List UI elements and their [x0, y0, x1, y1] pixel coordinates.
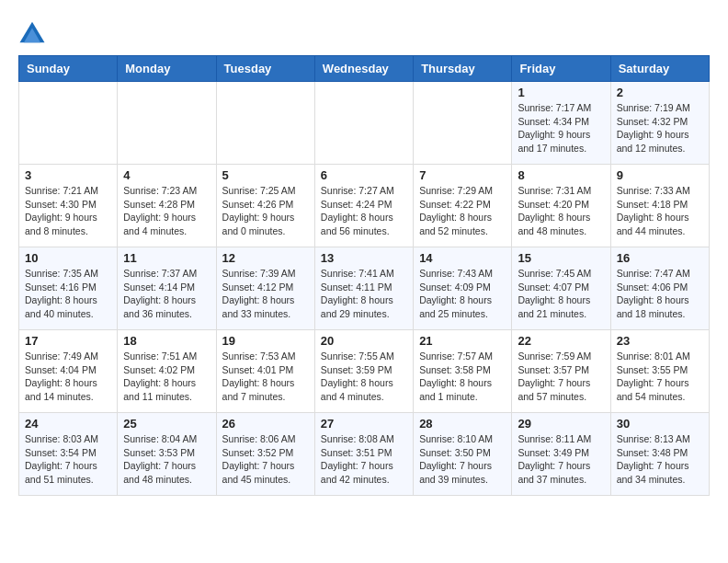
weekday-header-row: SundayMondayTuesdayWednesdayThursdayFrid… [19, 56, 710, 82]
calendar-week-row: 17Sunrise: 7:49 AM Sunset: 4:04 PM Dayli… [19, 330, 710, 413]
calendar-week-row: 1Sunrise: 7:17 AM Sunset: 4:34 PM Daylig… [19, 82, 710, 165]
weekday-header: Friday [512, 56, 610, 82]
day-number: 9 [617, 168, 703, 182]
day-info: Sunrise: 7:59 AM Sunset: 3:57 PM Dayligh… [518, 350, 604, 404]
calendar-week-row: 24Sunrise: 8:03 AM Sunset: 3:54 PM Dayli… [19, 413, 710, 496]
calendar-cell: 20Sunrise: 7:55 AM Sunset: 3:59 PM Dayli… [314, 330, 413, 413]
day-info: Sunrise: 7:57 AM Sunset: 3:58 PM Dayligh… [419, 350, 506, 404]
day-number: 30 [617, 417, 703, 431]
day-number: 14 [419, 251, 506, 265]
calendar-cell [216, 82, 314, 165]
calendar-cell [314, 82, 413, 165]
day-number: 3 [25, 168, 111, 182]
calendar-cell: 29Sunrise: 8:11 AM Sunset: 3:49 PM Dayli… [512, 413, 610, 496]
day-info: Sunrise: 8:08 AM Sunset: 3:51 PM Dayligh… [321, 432, 407, 487]
day-number: 11 [123, 251, 210, 265]
day-info: Sunrise: 8:01 AM Sunset: 3:55 PM Dayligh… [617, 350, 703, 404]
day-info: Sunrise: 7:47 AM Sunset: 4:06 PM Dayligh… [617, 267, 703, 321]
day-info: Sunrise: 7:39 AM Sunset: 4:12 PM Dayligh… [222, 267, 309, 321]
day-number: 17 [25, 334, 111, 348]
day-number: 19 [222, 334, 309, 348]
day-number: 24 [25, 417, 111, 431]
day-info: Sunrise: 7:31 AM Sunset: 4:20 PM Dayligh… [518, 184, 604, 238]
day-info: Sunrise: 7:41 AM Sunset: 4:11 PM Dayligh… [321, 267, 407, 321]
day-number: 7 [419, 168, 506, 182]
day-number: 27 [321, 417, 407, 431]
calendar-cell: 13Sunrise: 7:41 AM Sunset: 4:11 PM Dayli… [314, 247, 413, 330]
logo [18, 18, 50, 46]
day-info: Sunrise: 8:10 AM Sunset: 3:50 PM Dayligh… [419, 432, 506, 487]
day-info: Sunrise: 7:33 AM Sunset: 4:18 PM Dayligh… [617, 184, 703, 238]
logo-icon [18, 18, 46, 46]
day-info: Sunrise: 7:55 AM Sunset: 3:59 PM Dayligh… [321, 350, 407, 404]
calendar-cell: 3Sunrise: 7:21 AM Sunset: 4:30 PM Daylig… [19, 165, 118, 247]
day-number: 28 [419, 417, 506, 431]
calendar-cell: 1Sunrise: 7:17 AM Sunset: 4:34 PM Daylig… [512, 82, 610, 165]
calendar-cell: 6Sunrise: 7:27 AM Sunset: 4:24 PM Daylig… [314, 165, 413, 247]
day-info: Sunrise: 8:04 AM Sunset: 3:53 PM Dayligh… [123, 432, 210, 487]
day-number: 2 [617, 86, 703, 99]
weekday-header: Saturday [610, 56, 709, 82]
day-number: 10 [25, 251, 111, 265]
day-info: Sunrise: 7:27 AM Sunset: 4:24 PM Dayligh… [321, 184, 407, 238]
calendar-cell: 17Sunrise: 7:49 AM Sunset: 4:04 PM Dayli… [19, 330, 118, 413]
day-info: Sunrise: 7:25 AM Sunset: 4:26 PM Dayligh… [222, 184, 309, 238]
calendar-cell: 2Sunrise: 7:19 AM Sunset: 4:32 PM Daylig… [610, 82, 709, 165]
day-number: 4 [123, 168, 210, 182]
calendar-cell: 22Sunrise: 7:59 AM Sunset: 3:57 PM Dayli… [512, 330, 610, 413]
day-info: Sunrise: 7:49 AM Sunset: 4:04 PM Dayligh… [25, 350, 111, 404]
calendar-cell: 5Sunrise: 7:25 AM Sunset: 4:26 PM Daylig… [216, 165, 314, 247]
calendar-cell [414, 82, 512, 165]
day-number: 13 [321, 251, 407, 265]
calendar-cell: 28Sunrise: 8:10 AM Sunset: 3:50 PM Dayli… [414, 413, 512, 496]
day-info: Sunrise: 7:53 AM Sunset: 4:01 PM Dayligh… [222, 350, 309, 404]
day-number: 6 [321, 168, 407, 182]
calendar-cell: 4Sunrise: 7:23 AM Sunset: 4:28 PM Daylig… [118, 165, 216, 247]
weekday-header: Monday [118, 56, 216, 82]
calendar-table: SundayMondayTuesdayWednesdayThursdayFrid… [18, 55, 710, 496]
weekday-header: Wednesday [314, 56, 413, 82]
calendar-cell: 7Sunrise: 7:29 AM Sunset: 4:22 PM Daylig… [414, 165, 512, 247]
calendar-cell: 16Sunrise: 7:47 AM Sunset: 4:06 PM Dayli… [610, 247, 709, 330]
calendar-cell: 8Sunrise: 7:31 AM Sunset: 4:20 PM Daylig… [512, 165, 610, 247]
day-info: Sunrise: 7:45 AM Sunset: 4:07 PM Dayligh… [518, 267, 604, 321]
calendar-week-row: 3Sunrise: 7:21 AM Sunset: 4:30 PM Daylig… [19, 165, 710, 247]
calendar-cell: 19Sunrise: 7:53 AM Sunset: 4:01 PM Dayli… [216, 330, 314, 413]
calendar-cell: 12Sunrise: 7:39 AM Sunset: 4:12 PM Dayli… [216, 247, 314, 330]
day-number: 23 [617, 334, 703, 348]
day-number: 21 [419, 334, 506, 348]
day-info: Sunrise: 7:19 AM Sunset: 4:32 PM Dayligh… [617, 101, 703, 155]
day-info: Sunrise: 7:43 AM Sunset: 4:09 PM Dayligh… [419, 267, 506, 321]
calendar-cell: 30Sunrise: 8:13 AM Sunset: 3:48 PM Dayli… [610, 413, 709, 496]
day-number: 22 [518, 334, 604, 348]
day-number: 5 [222, 168, 309, 182]
calendar-cell: 14Sunrise: 7:43 AM Sunset: 4:09 PM Dayli… [414, 247, 512, 330]
calendar-cell: 27Sunrise: 8:08 AM Sunset: 3:51 PM Dayli… [314, 413, 413, 496]
calendar-cell: 26Sunrise: 8:06 AM Sunset: 3:52 PM Dayli… [216, 413, 314, 496]
day-info: Sunrise: 8:06 AM Sunset: 3:52 PM Dayligh… [222, 432, 309, 487]
calendar-cell: 10Sunrise: 7:35 AM Sunset: 4:16 PM Dayli… [19, 247, 118, 330]
weekday-header: Sunday [19, 56, 118, 82]
weekday-header: Tuesday [216, 56, 314, 82]
day-info: Sunrise: 7:17 AM Sunset: 4:34 PM Dayligh… [518, 101, 604, 155]
calendar-cell: 23Sunrise: 8:01 AM Sunset: 3:55 PM Dayli… [610, 330, 709, 413]
day-info: Sunrise: 7:29 AM Sunset: 4:22 PM Dayligh… [419, 184, 506, 238]
day-number: 12 [222, 251, 309, 265]
calendar-cell [118, 82, 216, 165]
day-info: Sunrise: 7:37 AM Sunset: 4:14 PM Dayligh… [123, 267, 210, 321]
calendar-cell: 11Sunrise: 7:37 AM Sunset: 4:14 PM Dayli… [118, 247, 216, 330]
day-number: 8 [518, 168, 604, 182]
calendar-cell: 25Sunrise: 8:04 AM Sunset: 3:53 PM Dayli… [118, 413, 216, 496]
page-header [18, 18, 710, 46]
day-info: Sunrise: 7:21 AM Sunset: 4:30 PM Dayligh… [25, 184, 111, 238]
calendar-cell: 21Sunrise: 7:57 AM Sunset: 3:58 PM Dayli… [414, 330, 512, 413]
calendar-cell: 24Sunrise: 8:03 AM Sunset: 3:54 PM Dayli… [19, 413, 118, 496]
calendar-cell: 9Sunrise: 7:33 AM Sunset: 4:18 PM Daylig… [610, 165, 709, 247]
day-info: Sunrise: 7:35 AM Sunset: 4:16 PM Dayligh… [25, 267, 111, 321]
day-info: Sunrise: 7:23 AM Sunset: 4:28 PM Dayligh… [123, 184, 210, 238]
day-number: 16 [617, 251, 703, 265]
day-number: 20 [321, 334, 407, 348]
day-info: Sunrise: 7:51 AM Sunset: 4:02 PM Dayligh… [123, 350, 210, 404]
day-number: 29 [518, 417, 604, 431]
day-info: Sunrise: 8:03 AM Sunset: 3:54 PM Dayligh… [25, 432, 111, 487]
